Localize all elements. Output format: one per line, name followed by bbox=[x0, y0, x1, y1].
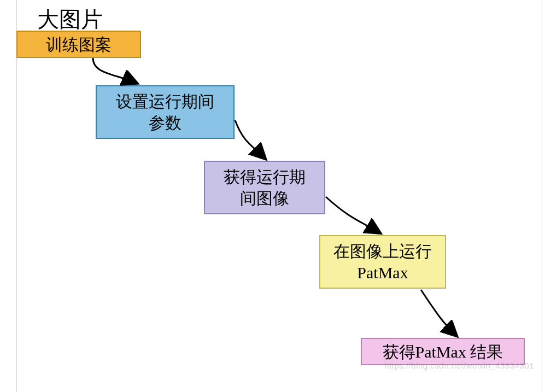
watermark-text: https://blog.csdn.net/weixin_43834301 bbox=[384, 361, 534, 370]
arrow-1-to-2 bbox=[0, 0, 545, 392]
